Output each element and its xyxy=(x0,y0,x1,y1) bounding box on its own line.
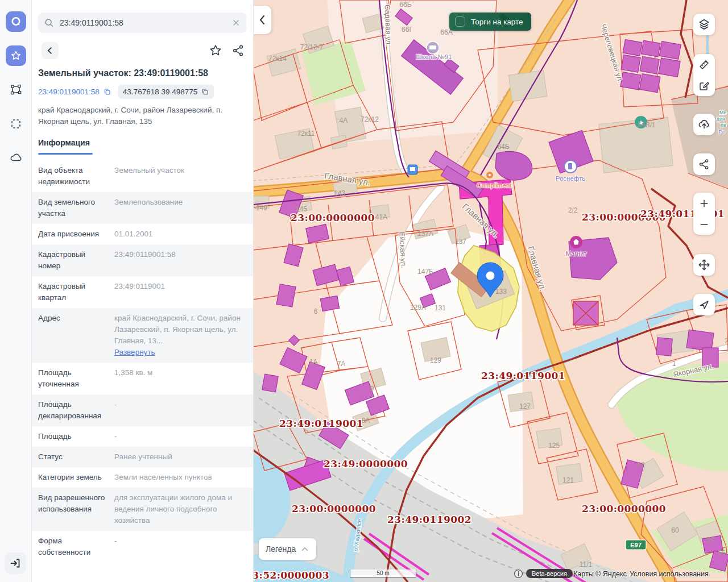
info-row-value: 01.01.2001 xyxy=(114,228,246,240)
route-badge: E97 xyxy=(626,540,646,550)
sidebar-item-favorites[interactable] xyxy=(6,45,26,66)
attribution-text: Карты © Яндекс xyxy=(573,570,627,578)
expand-address-link[interactable]: Развернуть xyxy=(114,348,155,356)
legend-button[interactable]: Легенда xyxy=(259,538,316,560)
info-row: Вид земельного участкаЗемлепользование xyxy=(31,192,253,224)
parcel-number-label: 6 xyxy=(314,307,318,315)
page-title: Земельный участок: 23:49:0119001:58 xyxy=(38,68,246,78)
app-logo[interactable] xyxy=(6,11,26,32)
legend-label: Легенда xyxy=(266,544,296,554)
parcel-number-label: 1А xyxy=(309,358,318,366)
info-row-value: Ранее учтенный xyxy=(114,451,246,463)
share-map-button[interactable] xyxy=(693,153,715,175)
poi-label: Школа №91 xyxy=(416,53,452,60)
info-row-value: 23:49:0119001 xyxy=(114,281,246,304)
upload-cloud-icon xyxy=(697,118,711,131)
info-row-label: Вид земельного участка xyxy=(38,197,109,219)
parcel-number-label: 149 xyxy=(256,204,267,212)
info-row-label: Кадастровый квартал xyxy=(38,281,109,304)
poi-label: Роснефть xyxy=(556,175,586,182)
info-row-value: 1,358 кв. м xyxy=(114,367,246,390)
parcel-number-label: 72к12 xyxy=(361,115,379,123)
info-row-label: Дата присвоения xyxy=(38,228,109,240)
parcel-number-label: 58 xyxy=(706,536,714,544)
info-row-value: Земельный участок xyxy=(114,165,246,188)
parcel-number-label: 121 xyxy=(562,476,574,484)
info-row-value: - xyxy=(114,431,246,442)
terms-text: Условия использования xyxy=(630,570,709,578)
parcel-number-label: 143 xyxy=(334,189,345,197)
parcel-number-label: 64В/1 xyxy=(638,121,656,129)
pan-button[interactable] xyxy=(693,254,715,276)
parcel-number-label: 129 xyxy=(430,356,441,364)
cadastral-quarter-label: 23:49:0000000 xyxy=(324,458,408,469)
navigation-arrow-icon xyxy=(698,299,710,310)
info-row-value: - xyxy=(114,399,246,422)
sidebar-item-polygon-select[interactable] xyxy=(6,80,26,100)
chevron-left-icon xyxy=(258,13,267,27)
polygon-select-icon xyxy=(10,84,22,96)
coordinates-chip[interactable]: 43.767618 39.498775 xyxy=(118,85,214,99)
poi-label: пе xyxy=(721,122,726,128)
map-attribution[interactable]: Карты © Яндекс xyxy=(573,570,627,578)
info-row-value: край Краснодарский, г. Сочи, район Лазар… xyxy=(114,313,246,358)
beta-label: Beta-версия xyxy=(526,569,573,578)
info-icon xyxy=(514,569,523,579)
svg-text:E97: E97 xyxy=(630,542,642,548)
info-row: Категория земельЗемли населенных пунктов xyxy=(31,467,253,488)
info-row-label: Площадь декларированная xyxy=(38,399,109,422)
cadastral-quarter-label: 23:00:0000000 xyxy=(582,503,666,514)
clear-search-icon[interactable] xyxy=(231,18,241,27)
auctions-checkbox[interactable] xyxy=(455,16,465,27)
copy-cadastral-icon[interactable] xyxy=(103,88,111,96)
scale-label: 50 m xyxy=(377,571,389,576)
exit-button[interactable] xyxy=(5,552,26,574)
parcel-number-label: 62 xyxy=(637,461,645,469)
info-row: Площадь уточненная1,358 кв. м xyxy=(31,363,253,394)
upload-button[interactable] xyxy=(693,114,715,135)
ruler-button[interactable] xyxy=(693,54,715,75)
parcel-number-label: 129А xyxy=(410,304,426,311)
zoom-in-button[interactable] xyxy=(693,193,715,214)
parcel-number-label: 9 xyxy=(370,385,374,393)
auctions-toggle[interactable]: Торги на карте xyxy=(449,13,531,31)
poi-label: Ро xyxy=(719,129,725,135)
parcel-number-label: 4А xyxy=(340,117,348,124)
info-row-label: Площадь уточненная xyxy=(38,367,109,390)
parcel-number-label: 72к14 xyxy=(268,55,287,63)
minus-icon xyxy=(699,219,709,230)
panel-toolbar xyxy=(42,42,246,59)
exit-icon xyxy=(9,557,22,569)
parcel-number-label: 72/13-7 xyxy=(300,43,324,51)
cloud-icon xyxy=(9,151,23,165)
sidebar-item-cloud[interactable] xyxy=(6,148,26,168)
info-row: Адрескрай Краснодарский, г. Сочи, район … xyxy=(31,308,253,363)
chips-row: 23:49:0119001:58 43.767618 39.498775 xyxy=(38,85,246,99)
search-input[interactable] xyxy=(59,18,231,28)
copy-coordinates-icon[interactable] xyxy=(201,88,209,96)
parcel-number-label: 127 xyxy=(519,402,531,410)
share-button[interactable] xyxy=(230,43,246,59)
back-button[interactable] xyxy=(42,42,59,59)
tab-information[interactable]: Информация xyxy=(38,138,90,153)
cadastral-quarter-label: 23:00:0000000 xyxy=(291,212,375,223)
terms-link[interactable]: Условия использования xyxy=(630,570,709,578)
info-row: Площадь декларированная- xyxy=(31,394,253,426)
share-icon xyxy=(698,158,710,171)
poi-label: Ме xyxy=(719,110,727,115)
locate-me-button[interactable] xyxy=(693,294,715,315)
draw-button[interactable] xyxy=(693,75,715,96)
map-canvas[interactable]: ★ E97 66Б66Г66А72/13-772к1472к124А72к116… xyxy=(253,0,728,582)
search-bar xyxy=(38,13,246,33)
info-row: СтатусРанее учтенный xyxy=(31,447,253,467)
chevron-left-icon xyxy=(45,45,55,56)
sidebar-item-area-select[interactable] xyxy=(6,114,26,134)
zoom-out-button[interactable] xyxy=(693,214,715,235)
favorite-button[interactable] xyxy=(208,43,224,59)
cadastral-number-chip[interactable]: 23:49:0119001:58 xyxy=(38,88,111,96)
poi-label: Compliment xyxy=(477,182,512,189)
info-badge[interactable] xyxy=(514,569,523,579)
parcel-number-label: 7А xyxy=(337,360,346,368)
collapse-panel-button[interactable] xyxy=(253,6,271,34)
layers-button[interactable] xyxy=(693,14,715,35)
